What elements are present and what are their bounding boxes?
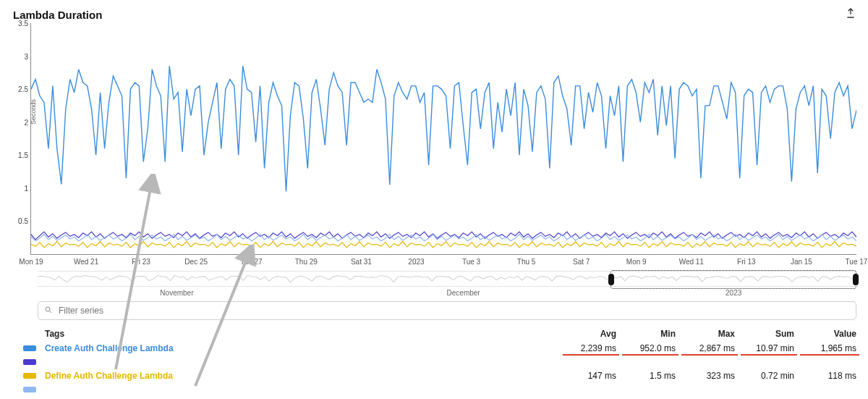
svg-point-0: [46, 307, 50, 311]
x-tick-label: Sat 7: [573, 258, 590, 266]
x-tick-label: Tue 17: [846, 258, 868, 266]
y-tick-label: 2: [7, 118, 28, 126]
legend-row[interactable]: Create Auth Challenge Lambda2,239 ms952.…: [23, 340, 856, 356]
legend-series-name: Create Auth Challenge Lambda: [45, 343, 174, 353]
x-tick-label: Tue 3: [462, 258, 480, 266]
y-tick-label: 1.5: [7, 151, 28, 159]
legend-row[interactable]: [23, 356, 856, 368]
export-icon[interactable]: [845, 7, 856, 22]
y-tick-label: 1: [7, 184, 28, 192]
stat-value: 118 ms: [810, 371, 856, 381]
stat-max: 323 ms: [692, 371, 735, 381]
minimap-handle-left[interactable]: [608, 274, 614, 285]
col-max[interactable]: Max: [692, 329, 735, 339]
x-tick-label: Jan 15: [791, 258, 812, 266]
stat-sum: 0.72 min: [751, 371, 794, 381]
y-tick-label: 3: [7, 52, 28, 60]
legend-swatch: [23, 359, 36, 365]
col-avg[interactable]: Avg: [573, 329, 616, 339]
legend-row[interactable]: Define Auth Challenge Lambda147 ms1.5 ms…: [23, 368, 856, 384]
stat-value: 1,965 ms: [810, 343, 856, 353]
x-tick-label: Dec 25: [184, 258, 208, 266]
chart-panel: Lambda Duration Seconds 0.511.522.533.5M…: [0, 0, 868, 399]
minimap[interactable]: NovemberDecember2023: [38, 271, 856, 287]
chart-lines: [31, 23, 856, 254]
minimap-label: 2023: [726, 289, 741, 297]
legend-swatch: [23, 373, 36, 379]
minimap-handle-right[interactable]: [853, 274, 859, 285]
legend-series-name: Define Auth Challenge Lambda: [45, 371, 173, 381]
stat-sum: 10.97 min: [751, 343, 794, 353]
x-tick-label: Fri 13: [737, 258, 756, 266]
x-tick-label: Fri 23: [132, 258, 150, 266]
x-tick-label: Tue 27: [240, 258, 263, 266]
x-tick-label: Sat 31: [351, 258, 372, 266]
x-tick-label: Mon 19: [19, 258, 43, 266]
legend-swatch: [23, 387, 36, 392]
chart-plot-area[interactable]: Seconds 0.511.522.533.5Mon 19Wed 21Fri 2…: [30, 23, 856, 255]
x-tick-label: 2023: [408, 258, 424, 266]
filter-row: [38, 301, 856, 320]
filter-input-wrap[interactable]: [38, 301, 856, 320]
stat-avg: 147 ms: [573, 371, 616, 381]
x-tick-label: Mon 9: [626, 258, 647, 266]
col-min[interactable]: Min: [632, 329, 676, 339]
x-tick-label: Thu 29: [295, 258, 318, 266]
legend-row[interactable]: [23, 384, 856, 395]
title-row: Lambda Duration: [9, 7, 859, 23]
x-tick-label: Wed 21: [74, 258, 98, 266]
y-tick-label: 0.5: [7, 217, 28, 225]
search-icon: [44, 306, 53, 316]
stat-avg: 2,239 ms: [573, 343, 616, 353]
stat-min: 1.5 ms: [632, 371, 676, 381]
x-tick-label: Wed 11: [679, 258, 704, 266]
minimap-label: December: [447, 289, 480, 297]
stat-min: 952.0 ms: [632, 343, 676, 353]
filter-input[interactable]: [57, 305, 850, 316]
col-value[interactable]: Value: [810, 329, 856, 339]
legend-stats: Tags Avg Min Max Sum Value Create Auth C…: [23, 327, 856, 395]
minimap-window[interactable]: [610, 270, 856, 289]
x-tick-label: Thu 5: [517, 258, 536, 266]
stat-max: 2,867 ms: [692, 343, 735, 353]
legend-header: Tags Avg Min Max Sum Value: [23, 327, 856, 340]
y-tick-label: 3.5: [7, 20, 28, 28]
y-tick-label: 2.5: [7, 85, 28, 93]
col-sum[interactable]: Sum: [751, 329, 794, 339]
col-tags: Tags: [45, 329, 64, 339]
legend-swatch: [23, 345, 36, 351]
minimap-label: November: [160, 289, 193, 297]
